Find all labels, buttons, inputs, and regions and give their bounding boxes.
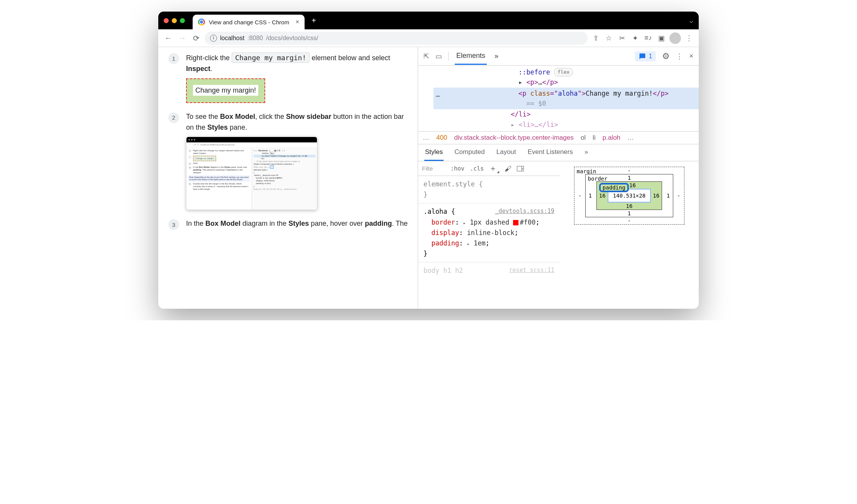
titlebar: View and change CSS - Chrom × + ⌵ <box>158 12 699 29</box>
device-icon[interactable]: ▭ <box>435 52 442 61</box>
screenshot-thumbnail: ← → ⟳ ⓘ localhost:8080/docs/devtools/css… <box>186 137 317 210</box>
step-number: 2 <box>168 112 179 123</box>
aloha-style-block[interactable]: _devtools.scss:19 .aloha { border: ▸ 1px… <box>418 203 560 262</box>
kebab-icon[interactable]: ⋮ <box>676 52 683 61</box>
subtab-layout[interactable]: Layout <box>496 144 517 161</box>
selected-dom-node[interactable]: ⋯ <p class="aloha">Change my margin!</p>… <box>434 88 699 110</box>
step-number: 1 <box>168 53 179 64</box>
border-label: border <box>588 176 608 182</box>
subtab-computed[interactable]: Computed <box>454 144 485 161</box>
expand-icon[interactable]: ⋯ <box>436 91 440 101</box>
box-model-diagram[interactable]: margin - - - - border 1 1 1 1 <box>574 167 684 225</box>
url-field[interactable]: i localhost:8080/docs/devtools/css/ <box>205 32 588 45</box>
margin-label: margin <box>577 168 596 174</box>
message-icon <box>639 53 646 60</box>
subtab-styles[interactable]: Styles <box>424 144 444 161</box>
breadcrumb[interactable]: … 400 div.stack.stack--block.type.center… <box>418 131 699 144</box>
new-tab-button[interactable]: + <box>312 16 316 25</box>
reload-button[interactable]: ⟳ <box>191 34 202 43</box>
tabs-menu-icon[interactable]: ⌵ <box>689 17 693 24</box>
profile-avatar[interactable] <box>669 32 681 44</box>
bookmark-icon[interactable]: ☆ <box>604 34 614 42</box>
inline-code: Change my margin! <box>232 52 310 63</box>
styles-pane: Filte :hov .cls ＋◢ 🖌 ▸ element.style {} … <box>418 161 560 309</box>
browser-tab[interactable]: View and change CSS - Chrom × <box>193 15 305 29</box>
reading-list-icon[interactable]: ≡♪ <box>643 34 653 42</box>
page-content: 1 Right-click the Change my margin! elem… <box>158 47 418 309</box>
inspect-icon[interactable]: ⇱ <box>423 52 429 61</box>
back-button[interactable]: ← <box>163 34 174 42</box>
new-rule-icon[interactable]: ＋◢ <box>489 163 499 174</box>
step-3-text: In the Box Model diagram in the Styles p… <box>186 218 408 229</box>
tab-elements[interactable]: Elements <box>455 48 487 65</box>
tab-more-icon[interactable]: » <box>493 48 500 64</box>
hov-toggle[interactable]: :hov <box>451 165 464 172</box>
demo-element[interactable]: Change my margin! <box>186 78 265 103</box>
styles-subtabs: Styles Computed Layout Event Listeners » <box>418 144 699 161</box>
site-info-icon[interactable]: i <box>210 35 217 42</box>
paint-icon[interactable]: 🖌 <box>505 164 511 173</box>
sidebar-icon[interactable]: ▸ <box>517 166 524 171</box>
sidepanel-icon[interactable]: ▣ <box>656 34 666 42</box>
close-devtools-icon[interactable]: × <box>689 52 693 60</box>
forward-button[interactable]: → <box>177 34 188 42</box>
step-number: 3 <box>168 219 179 230</box>
url-host: localhost <box>220 35 244 42</box>
element-style-block[interactable]: element.style {} <box>418 176 560 203</box>
close-tab-icon[interactable]: × <box>296 19 299 25</box>
extensions-icon[interactable]: ✦ <box>630 34 640 42</box>
box-model-sidebar: margin - - - - border 1 1 1 1 <box>560 161 699 309</box>
share-icon[interactable]: ⇪ <box>591 34 601 42</box>
scissors-icon[interactable]: ✂ <box>617 34 627 42</box>
chrome-icon <box>198 19 205 25</box>
color-swatch[interactable] <box>513 220 518 225</box>
maximize-window[interactable] <box>180 18 185 23</box>
cls-toggle[interactable]: .cls <box>470 165 484 172</box>
devtools-panel: ⇱ ▭ Elements » 1 ⚙ ⋮ × ::before flex ▸ <… <box>418 47 699 309</box>
close-window[interactable] <box>164 18 169 23</box>
padding-label: padding <box>599 183 629 192</box>
gear-icon[interactable]: ⚙ <box>662 51 670 61</box>
address-bar: ← → ⟳ i localhost:8080/docs/devtools/css… <box>158 29 699 47</box>
dom-tree[interactable]: ::before flex ▸ <p>…</p> ⋯ <p class="alo… <box>418 66 699 131</box>
filter-input[interactable]: Filte <box>422 165 445 172</box>
step-2-text: To see the Box Model, click the Show sid… <box>186 112 408 210</box>
subtab-more-icon[interactable]: » <box>584 144 589 161</box>
menu-icon[interactable]: ⋮ <box>684 34 694 42</box>
tab-title: View and change CSS - Chrom <box>209 19 292 25</box>
minimize-window[interactable] <box>172 18 177 23</box>
subtab-listeners[interactable]: Event Listeners <box>527 144 574 161</box>
body-style-block[interactable]: reset scss:11 body h1 h2 <box>418 262 560 279</box>
source-link[interactable]: _devtools.scss:19 <box>495 206 554 216</box>
issues-badge[interactable]: 1 <box>635 51 656 61</box>
step-1-text: Right-click the Change my margin! elemen… <box>186 52 408 103</box>
